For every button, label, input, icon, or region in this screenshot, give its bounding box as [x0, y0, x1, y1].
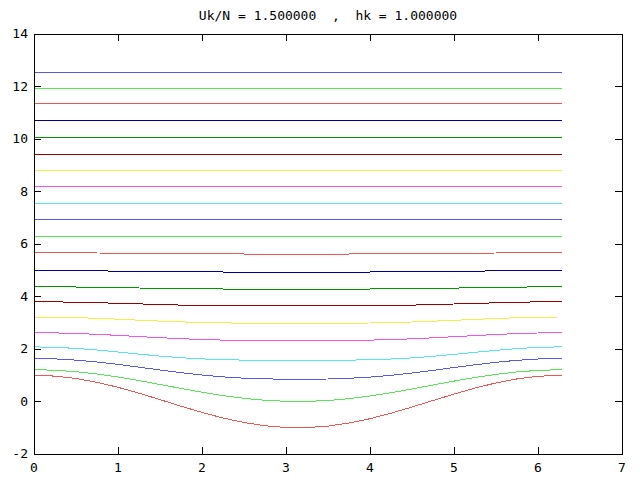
plot-window: { "title": "Uk/N = 1.500000 , hk = 1.000… [0, 0, 640, 480]
level-curve-5 [34, 317, 562, 323]
level-curve-8 [34, 271, 562, 273]
x-tick-label: 4 [366, 460, 374, 475]
level-curve-1 [34, 370, 562, 402]
y-tick-label: 12 [12, 79, 28, 94]
level-curve-9 [34, 253, 562, 254]
y-tick-label: 14 [12, 26, 28, 41]
y-tick-label: 10 [12, 131, 28, 146]
y-tick-label: 8 [20, 184, 28, 199]
y-tick-label: 0 [20, 394, 28, 409]
plot-frame [34, 34, 622, 454]
x-tick-label: 1 [114, 460, 122, 475]
level-curve-7 [34, 287, 562, 289]
level-curve-10 [34, 236, 562, 237]
x-tick-label: 3 [282, 460, 290, 475]
x-tick-label: 7 [618, 460, 626, 475]
x-tick-label: 5 [450, 460, 458, 475]
level-curve-6 [34, 302, 562, 306]
plot-canvas: 01234567-202468101214 [0, 0, 640, 480]
level-curve-4 [34, 333, 562, 341]
level-curve-3 [34, 347, 562, 360]
x-tick-label: 2 [198, 460, 206, 475]
y-tick-label: 6 [20, 236, 28, 251]
y-tick-label: -2 [12, 446, 28, 461]
y-tick-label: 2 [20, 341, 28, 356]
x-tick-label: 0 [30, 460, 38, 475]
y-tick-label: 4 [20, 289, 28, 304]
x-tick-label: 6 [534, 460, 542, 475]
